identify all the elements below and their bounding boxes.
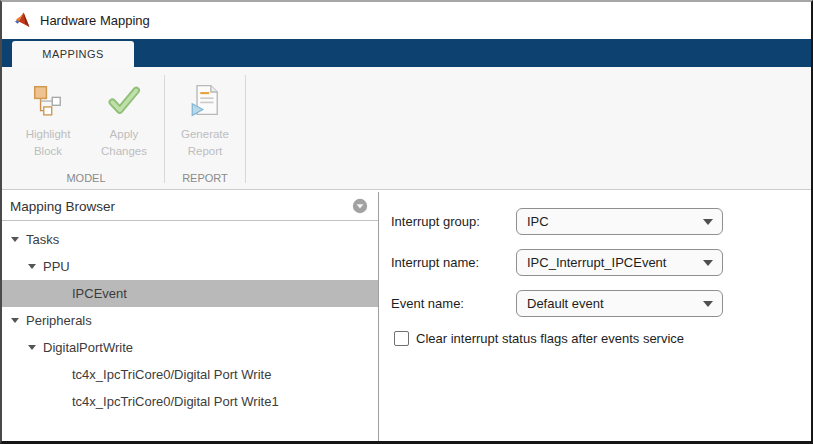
main-content: Mapping Browser Tasks PPU IPCEvent: [2, 192, 811, 441]
toolbar: Highlight Block Apply Changes MODEL: [2, 67, 811, 190]
dropdown-arrow-icon: [703, 219, 713, 225]
tree-item-label: PPU: [43, 259, 70, 274]
clear-interrupt-flags-label: Clear interrupt status flags after event…: [416, 331, 684, 346]
tab-mappings[interactable]: MAPPINGS: [12, 41, 134, 67]
tree-item-ppu[interactable]: PPU: [2, 253, 378, 280]
highlight-block-label: Highlight Block: [26, 126, 71, 159]
mapping-browser-panel: Mapping Browser Tasks PPU IPCEvent: [2, 192, 379, 441]
apply-changes-button[interactable]: Apply Changes: [86, 67, 162, 172]
mapping-form-panel: Interrupt group: IPC Interrupt name: IPC…: [379, 192, 811, 441]
highlight-block-button[interactable]: Highlight Block: [10, 67, 86, 172]
toolbar-group-model: Highlight Block Apply Changes MODEL: [2, 67, 162, 189]
tree-item-label: tc4x_IpcTriCore0/Digital Port Write1: [72, 394, 279, 409]
clear-interrupt-flags-row: Clear interrupt status flags after event…: [391, 331, 811, 346]
matlab-logo-icon: [14, 12, 31, 29]
apply-changes-icon: [107, 83, 141, 117]
tree-item-label: DigitalPortWrite: [43, 340, 133, 355]
title-bar: Hardware Mapping: [2, 2, 811, 39]
interrupt-group-row: Interrupt group: IPC: [391, 208, 811, 235]
tree-item-label: IPCEvent: [72, 286, 127, 301]
tree-item-peripherals[interactable]: Peripherals: [2, 307, 378, 334]
tree-item-digital-port-write[interactable]: tc4x_IpcTriCore0/Digital Port Write: [2, 361, 378, 388]
chevron-down-icon[interactable]: [11, 237, 19, 242]
generate-report-label: Generate Report: [181, 126, 229, 159]
tree-item-tasks[interactable]: Tasks: [2, 226, 378, 253]
event-name-value: Default event: [527, 296, 703, 311]
tree-item-label: Peripherals: [26, 313, 92, 328]
interrupt-name-row: Interrupt name: IPC_Interrupt_IPCEvent: [391, 249, 811, 276]
tree-item-label: tc4x_IpcTriCore0/Digital Port Write: [72, 367, 271, 382]
chevron-down-icon[interactable]: [28, 264, 36, 269]
collapse-panel-icon[interactable]: [352, 198, 368, 214]
mapping-browser-header: Mapping Browser: [2, 192, 378, 221]
window-title: Hardware Mapping: [40, 13, 150, 28]
toolbar-separator: [164, 75, 165, 183]
mapping-browser-title: Mapping Browser: [10, 199, 352, 214]
interrupt-group-label: Interrupt group:: [391, 214, 516, 229]
toolbar-separator: [245, 75, 246, 183]
generate-report-icon: [188, 83, 222, 117]
highlight-block-icon: [31, 83, 65, 117]
mapping-tree: Tasks PPU IPCEvent Peripherals DigitalPo…: [2, 221, 378, 415]
toolbar-group-label-model: MODEL: [10, 172, 162, 189]
interrupt-name-dropdown[interactable]: IPC_Interrupt_IPCEvent: [516, 249, 723, 276]
tree-item-ipcevent[interactable]: IPCEvent: [2, 280, 378, 307]
clear-interrupt-flags-checkbox[interactable]: [394, 331, 409, 346]
dropdown-arrow-icon: [703, 301, 713, 307]
interrupt-group-dropdown[interactable]: IPC: [516, 208, 723, 235]
generate-report-button[interactable]: Generate Report: [167, 67, 243, 172]
chevron-down-icon[interactable]: [11, 318, 19, 323]
chevron-down-icon[interactable]: [28, 345, 36, 350]
hardware-mapping-window: Hardware Mapping MAPPINGS Highlight Bloc…: [0, 0, 813, 444]
tree-item-label: Tasks: [26, 232, 59, 247]
ribbon-tab-bar: MAPPINGS: [2, 39, 811, 67]
interrupt-name-value: IPC_Interrupt_IPCEvent: [527, 255, 703, 270]
interrupt-group-value: IPC: [527, 214, 703, 229]
tree-item-digital-port-write1[interactable]: tc4x_IpcTriCore0/Digital Port Write1: [2, 388, 378, 415]
event-name-row: Event name: Default event: [391, 290, 811, 317]
tree-item-digitalportwrite[interactable]: DigitalPortWrite: [2, 334, 378, 361]
interrupt-name-label: Interrupt name:: [391, 255, 516, 270]
event-name-dropdown[interactable]: Default event: [516, 290, 723, 317]
event-name-label: Event name:: [391, 296, 516, 311]
toolbar-group-label-report: REPORT: [167, 172, 243, 189]
toolbar-group-report: Generate Report REPORT: [167, 67, 243, 189]
apply-changes-label: Apply Changes: [101, 126, 147, 159]
dropdown-arrow-icon: [703, 260, 713, 266]
